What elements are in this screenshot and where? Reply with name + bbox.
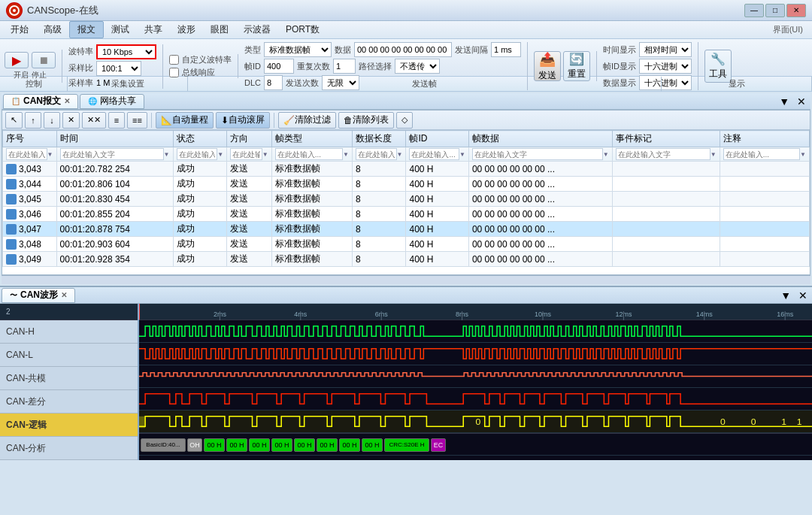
ptb-clear-all-btn[interactable]: ✕✕ bbox=[82, 112, 106, 129]
menu-wave[interactable]: 波形 bbox=[170, 22, 203, 38]
filter-direction-input[interactable] bbox=[230, 148, 262, 160]
th-frame-data: 帧数据 bbox=[468, 131, 612, 147]
filter-type-icon[interactable]: ▼ bbox=[343, 151, 349, 158]
window-controls[interactable]: — □ ✕ bbox=[744, 4, 806, 17]
cell-seq: 3,044 bbox=[3, 177, 57, 192]
ptb-col2-btn[interactable]: ≡≡ bbox=[127, 112, 147, 129]
open-button[interactable]: ▶ bbox=[5, 52, 29, 68]
can-h-svg bbox=[139, 320, 812, 342]
ptb-up-btn[interactable]: ↑ bbox=[25, 112, 41, 129]
menu-start[interactable]: 开始 bbox=[3, 22, 36, 38]
filter-seq-input[interactable] bbox=[6, 148, 47, 160]
time-display-select[interactable]: 相对时间 bbox=[639, 42, 692, 57]
auto-baud-checkbox[interactable] bbox=[169, 55, 179, 65]
svg-text:1: 1 bbox=[797, 417, 802, 428]
wave-panel-pin[interactable]: ✕ bbox=[795, 289, 810, 301]
ptb-clear-list-btn[interactable]: 🗑 清除列表 bbox=[338, 112, 394, 129]
channel-can-logic[interactable]: CAN-逻辑 bbox=[0, 414, 138, 437]
filter-fid-input[interactable] bbox=[409, 148, 459, 160]
table-row[interactable]: 3,045 00:01:20.830 454 成功 发送 标准数据帧 8 400… bbox=[3, 192, 810, 207]
channel-can-h[interactable]: CAN-H bbox=[0, 320, 138, 344]
ptb-col1-btn[interactable]: ≡ bbox=[108, 112, 125, 129]
table-row[interactable]: 3,047 00:01:20.878 754 成功 发送 标准数据帧 8 400… bbox=[3, 222, 810, 237]
panel-pin-button[interactable]: ✕ bbox=[794, 95, 809, 108]
data-input[interactable] bbox=[354, 42, 452, 57]
menu-advanced[interactable]: 高级 bbox=[36, 22, 69, 38]
route-label: 路径选择 bbox=[359, 61, 392, 72]
panel-collapse-button[interactable]: ▼ bbox=[776, 95, 792, 108]
cursor-line-top bbox=[139, 304, 140, 320]
th-note: 注释 bbox=[720, 131, 809, 147]
ptb-auto-range-btn[interactable]: 📐 自动量程 bbox=[156, 112, 214, 129]
stop-button[interactable]: ⏹ bbox=[32, 52, 56, 68]
cell-time: 00:01:20.782 254 bbox=[56, 162, 173, 177]
wave-tab-close[interactable]: ✕ bbox=[61, 291, 67, 299]
filter-status-input[interactable] bbox=[177, 148, 218, 160]
menu-port[interactable]: PORT数 bbox=[278, 22, 327, 38]
ptb-clear-filter-btn[interactable]: 🧹 清除过滤 bbox=[278, 112, 336, 129]
filter-note-icon[interactable]: ▼ bbox=[800, 151, 806, 158]
filter-event-icon[interactable]: ▼ bbox=[710, 151, 717, 158]
filter-seq-icon[interactable]: ▼ bbox=[47, 151, 53, 158]
ptb-diamond-btn[interactable]: ◇ bbox=[396, 112, 413, 129]
can-scrollbar-h[interactable] bbox=[2, 275, 810, 284]
frame-id-display-select[interactable]: 十六进制 bbox=[639, 59, 692, 74]
table-row[interactable]: 3,048 00:01:20.903 604 成功 发送 标准数据帧 8 400… bbox=[3, 237, 810, 252]
can-common-svg bbox=[139, 365, 812, 387]
table-row[interactable]: 3,049 00:01:20.928 354 成功 发送 标准数据帧 8 400… bbox=[3, 252, 810, 267]
tab-can-message[interactable]: 📋 CAN报文 ✕ bbox=[3, 94, 78, 109]
menu-scope[interactable]: 示波器 bbox=[236, 22, 278, 38]
filter-event-input[interactable] bbox=[616, 148, 710, 160]
filter-direction: ▼ bbox=[227, 147, 272, 162]
can-table-container[interactable]: 序号 时间 状态 方向 帧类型 数据长度 帧ID 帧数据 事件标记 注释 bbox=[2, 130, 810, 275]
filter-fid-icon[interactable]: ▼ bbox=[459, 151, 465, 158]
table-row[interactable]: 3,044 00:01:20.806 104 成功 发送 标准数据帧 8 400… bbox=[3, 177, 810, 192]
channel-can-diff[interactable]: CAN-差分 bbox=[0, 390, 138, 414]
baud-select[interactable]: 10 Kbps bbox=[96, 44, 156, 59]
filter-time-icon[interactable]: ▼ bbox=[164, 151, 170, 158]
wave-panel-collapse[interactable]: ▼ bbox=[777, 289, 794, 301]
tab-can-wave[interactable]: 〜 CAN波形 ✕ bbox=[2, 288, 75, 303]
ptb-cursor-btn[interactable]: ↖ bbox=[5, 112, 23, 129]
filter-type-input[interactable] bbox=[275, 148, 343, 160]
menu-eye[interactable]: 眼图 bbox=[203, 22, 236, 38]
filter-direction-icon[interactable]: ▼ bbox=[262, 151, 268, 158]
send-interval-input[interactable] bbox=[491, 42, 521, 57]
can-panel: ↖ ↑ ↓ ✕ ✕✕ ≡ ≡≡ 📐 自动量程 ⬇ 自动滚屏 🧹 清除过滤 🗑 bbox=[2, 110, 810, 275]
repeat-label: 重复次数 bbox=[297, 61, 330, 72]
filter-note-input[interactable] bbox=[723, 148, 800, 160]
filter-dlc-input[interactable] bbox=[356, 148, 397, 160]
filter-time-input[interactable] bbox=[60, 148, 164, 160]
sample-ratio-select[interactable]: 100:1 bbox=[96, 61, 141, 76]
table-row[interactable]: 3,046 00:01:20.855 204 成功 发送 标准数据帧 8 400… bbox=[3, 207, 810, 222]
minimize-button[interactable]: — bbox=[744, 4, 764, 17]
filter-fdata-icon[interactable]: ▼ bbox=[603, 151, 609, 158]
channel-can-common[interactable]: CAN-共模 bbox=[0, 367, 138, 390]
menu-share[interactable]: 共享 bbox=[137, 22, 170, 38]
maximize-button[interactable]: □ bbox=[765, 4, 785, 17]
tab-network-share[interactable]: 🌐 网络共享 bbox=[80, 94, 144, 109]
frame-id-input[interactable] bbox=[264, 59, 294, 74]
close-button[interactable]: ✕ bbox=[786, 4, 806, 17]
channel-can-l[interactable]: CAN-L bbox=[0, 344, 138, 367]
route-select[interactable]: 不透传 bbox=[395, 59, 440, 74]
wave-tracks: 0 0 0 1 1 BasicID:40... OH 00 H 0 bbox=[139, 320, 812, 456]
ptb-clear-btn[interactable]: ✕ bbox=[62, 112, 80, 129]
filter-status-icon[interactable]: ▼ bbox=[217, 151, 223, 158]
filter-dlc-icon[interactable]: ▼ bbox=[397, 151, 403, 158]
type-select[interactable]: 标准数据帧 bbox=[264, 42, 332, 57]
ptb-auto-scroll-btn[interactable]: ⬇ 自动滚屏 bbox=[216, 112, 270, 129]
repeat-input[interactable] bbox=[333, 59, 356, 74]
svg-point-2 bbox=[13, 9, 16, 12]
channel-can-analysis[interactable]: CAN-分析 bbox=[0, 437, 138, 460]
table-row[interactable]: 3,043 00:01:20.782 254 成功 发送 标准数据帧 8 400… bbox=[3, 162, 810, 177]
th-seq: 序号 bbox=[3, 131, 57, 147]
tab-can-message-close[interactable]: ✕ bbox=[64, 97, 70, 105]
ptb-down-btn[interactable]: ↓ bbox=[44, 112, 60, 129]
ui-label: 界面(UI) bbox=[767, 24, 809, 35]
menu-test[interactable]: 测试 bbox=[104, 22, 137, 38]
ruler-ticks-svg bbox=[139, 304, 812, 320]
track-can-common bbox=[139, 365, 812, 388]
filter-fdata-input[interactable] bbox=[472, 148, 603, 160]
menu-report[interactable]: 报文 bbox=[69, 21, 104, 38]
